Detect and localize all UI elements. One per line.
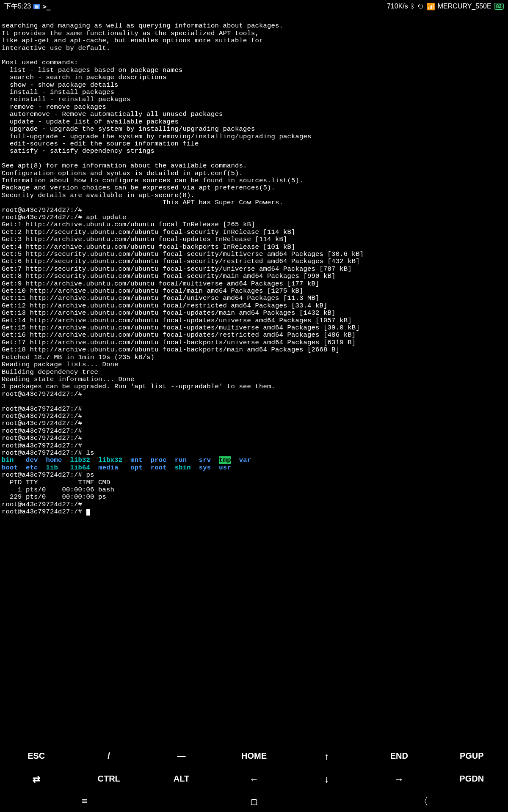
term-line: It provides the same functionality as th… (2, 30, 259, 37)
term-line: edit-sources - edit the source informati… (2, 140, 199, 148)
term-line: reinstall - reinstall packages (2, 96, 130, 103)
battery-indicator: 82 (494, 3, 504, 10)
dir-opt: opt (130, 464, 143, 472)
term-line: Reading package lists... Done (2, 361, 119, 368)
dir-mnt: mnt (130, 456, 143, 464)
term-line: root@a43c79724d27:/# (2, 420, 82, 427)
dir-lib32: lib32 (70, 456, 91, 464)
term-line: PID TTY TIME CMD (2, 479, 110, 486)
term-line: searching and managing as well as queryi… (2, 22, 283, 30)
term-line: full-upgrade - upgrade the system by rem… (2, 133, 312, 140)
extra-keys-panel: ESC / ― HOME ↑ END PGUP ⇄ CTRL ALT ← ↓ →… (0, 745, 508, 791)
term-line: update - update list of available packag… (2, 118, 179, 126)
term-line: Get:6 http://security.ubuntu.com/ubuntu … (2, 258, 360, 265)
dir-var: var (239, 456, 251, 464)
dir-media: media (98, 464, 119, 472)
term-line: Get:3 http://archive.ubuntu.com/ubuntu f… (2, 236, 287, 243)
term-line: Get:1 http://archive.ubuntu.com/ubuntu f… (2, 221, 255, 228)
term-line: install - install packages (2, 88, 114, 96)
alt-key[interactable]: ALT (145, 768, 218, 791)
dir-libx32: libx32 (98, 456, 122, 464)
term-line: This APT has Super Cow Powers. (2, 199, 283, 206)
term-line: root@a43c79724d27:/# (2, 442, 82, 450)
pgdn-key[interactable]: PGDN (436, 768, 508, 791)
term-line: See apt(8) for more information about th… (2, 162, 247, 170)
dir-sbin: sbin (175, 464, 191, 472)
terminal-indicator-icon: >_ (42, 3, 50, 11)
term-line: Get:5 http://security.ubuntu.com/ubuntu … (2, 250, 364, 258)
term-line: satisfy - satisfy dependency strings (2, 147, 155, 155)
dir-srv: srv (199, 456, 211, 464)
home-button[interactable]: ▢ (237, 796, 271, 808)
alarm-icon: ⏲ (417, 3, 424, 10)
term-line: Get:11 http://archive.ubuntu.com/ubuntu … (2, 294, 320, 302)
wifi-icon: 📶 (427, 3, 435, 11)
term-line: show - show package details (2, 81, 119, 89)
term-line: root@a43c79724d27:/# ps (2, 471, 94, 479)
term-line: root@a43c79724d27:/# (2, 405, 82, 413)
term-line: Get:14 http://archive.ubuntu.com/ubuntu … (2, 317, 352, 324)
term-line: root@a43c79724d27:/# (2, 206, 82, 214)
term-line: root@a43c79724d27:/# (2, 427, 82, 435)
tab-key[interactable]: ⇄ (0, 768, 72, 791)
term-line: root@a43c79724d27:/# (2, 390, 82, 398)
term-line: root@a43c79724d27:/# ls (2, 449, 94, 457)
prompt-line: root@a43c79724d27:/# (2, 508, 90, 516)
back-button[interactable]: 〈 (406, 795, 440, 808)
pgup-key[interactable]: PGUP (436, 745, 508, 768)
terminal-output[interactable]: searching and managing as well as queryi… (0, 13, 508, 745)
term-line: upgrade - upgrade the system by installi… (2, 125, 255, 133)
dir-root: root (151, 464, 167, 472)
term-line: remove - remove packages (2, 103, 106, 111)
dir-etc: etc (26, 464, 38, 472)
term-line: Get:16 http://archive.ubuntu.com/ubuntu … (2, 331, 356, 339)
term-line: root@a43c79724d27:/# (2, 501, 82, 508)
term-line: 1 pts/0 00:00:06 bash (2, 486, 114, 494)
dir-lib64: lib64 (70, 464, 91, 472)
dir-bin: bin (2, 456, 14, 464)
right-arrow-key[interactable]: → (363, 768, 435, 791)
term-line: Get:12 http://archive.ubuntu.com/ubuntu … (2, 302, 328, 310)
term-line: Fetched 18.7 MB in 1min 19s (235 kB/s) (2, 354, 155, 361)
term-line: Package and version choices can be expre… (2, 184, 275, 192)
slash-key[interactable]: / (72, 745, 145, 768)
status-time: 下午5:23 (4, 2, 31, 11)
dir-usr: usr (219, 464, 231, 472)
term-line: Get:10 http://archive.ubuntu.com/ubuntu … (2, 287, 304, 295)
recent-apps-button[interactable]: ≡ (68, 796, 102, 807)
network-speed: 710K/s (387, 3, 408, 10)
extra-keys-row-1: ESC / ― HOME ↑ END PGUP (0, 745, 508, 768)
status-right: 710K/s ᛒ ⏲ 📶 MERCURY_550E 82 (387, 3, 504, 11)
dir-run: run (175, 456, 187, 464)
down-arrow-key[interactable]: ↓ (290, 768, 363, 791)
term-line: 3 packages can be upgraded. Run 'apt lis… (2, 383, 275, 390)
status-bar: 下午5:23 ▦ >_ 710K/s ᛒ ⏲ 📶 MERCURY_550E 82 (0, 0, 508, 13)
term-line: autoremove - Remove automatically all un… (2, 110, 223, 118)
term-line: Get:17 http://archive.ubuntu.com/ubuntu … (2, 339, 356, 346)
up-arrow-key[interactable]: ↑ (290, 745, 363, 768)
term-line: root@a43c79724d27:/# (2, 412, 82, 420)
term-line: Get:13 http://archive.ubuntu.com/ubuntu … (2, 309, 336, 317)
status-left: 下午5:23 ▦ >_ (4, 2, 50, 11)
cursor-icon (86, 509, 90, 516)
term-line: Get:15 http://archive.ubuntu.com/ubuntu … (2, 324, 360, 332)
term-line: Security details are available in apt-se… (2, 192, 195, 199)
home-key[interactable]: HOME (218, 745, 290, 768)
term-line: Most used commands: (2, 59, 78, 66)
term-line: root@a43c79724d27:/# (2, 434, 82, 442)
extra-keys-row-2: ⇄ CTRL ALT ← ↓ → PGDN (0, 768, 508, 791)
left-arrow-key[interactable]: ← (218, 768, 290, 791)
bluetooth-icon: ᛒ (411, 3, 415, 10)
ls-row-1: bin dev home lib32 libx32 mnt proc run s… (2, 456, 251, 464)
term-line: 229 pts/0 00:00:00 ps (2, 493, 106, 501)
end-key[interactable]: END (363, 745, 435, 768)
term-line: Get:18 http://archive.ubuntu.com/ubuntu … (2, 346, 340, 354)
dir-sys: sys (199, 464, 211, 472)
dir-tmp: tmp (219, 456, 231, 464)
term-line: Get:9 http://archive.ubuntu.com/ubuntu f… (2, 280, 320, 288)
ctrl-key[interactable]: CTRL (72, 768, 145, 791)
term-line: Get:4 http://archive.ubuntu.com/ubuntu f… (2, 243, 295, 251)
dash-key[interactable]: ― (145, 745, 218, 768)
dir-proc: proc (151, 456, 167, 464)
esc-key[interactable]: ESC (0, 745, 72, 768)
